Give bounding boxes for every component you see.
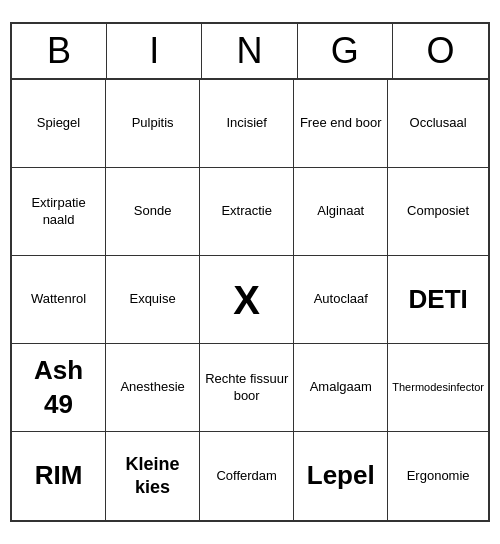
bingo-header: BINGO xyxy=(12,24,488,80)
header-letter: I xyxy=(107,24,202,78)
bingo-cell: Alginaat xyxy=(294,168,388,256)
bingo-cell: Cofferdam xyxy=(200,432,294,520)
bingo-cell: RIM xyxy=(12,432,106,520)
bingo-cell: Exquise xyxy=(106,256,200,344)
bingo-cell: Pulpitis xyxy=(106,80,200,168)
bingo-card: BINGO SpiegelPulpitisIncisiefFree end bo… xyxy=(10,22,490,522)
bingo-cell: Rechte fissuur boor xyxy=(200,344,294,432)
header-letter: G xyxy=(298,24,393,78)
bingo-cell: Extractie xyxy=(200,168,294,256)
bingo-cell: Ash 49 xyxy=(12,344,106,432)
bingo-cell: Sonde xyxy=(106,168,200,256)
bingo-cell: X xyxy=(200,256,294,344)
bingo-cell: Anesthesie xyxy=(106,344,200,432)
bingo-cell: Extirpatie naald xyxy=(12,168,106,256)
bingo-cell: Amalgaam xyxy=(294,344,388,432)
bingo-cell: Ergonomie xyxy=(388,432,488,520)
bingo-cell: Incisief xyxy=(200,80,294,168)
bingo-cell: Spiegel xyxy=(12,80,106,168)
bingo-cell: Autoclaaf xyxy=(294,256,388,344)
bingo-grid: SpiegelPulpitisIncisiefFree end boorOccl… xyxy=(12,80,488,520)
bingo-cell: Lepel xyxy=(294,432,388,520)
bingo-cell: Occlusaal xyxy=(388,80,488,168)
bingo-cell: DETI xyxy=(388,256,488,344)
bingo-cell: Composiet xyxy=(388,168,488,256)
bingo-cell: Kleine kies xyxy=(106,432,200,520)
bingo-cell: Free end boor xyxy=(294,80,388,168)
bingo-cell: Wattenrol xyxy=(12,256,106,344)
header-letter: B xyxy=(12,24,107,78)
bingo-cell: Thermodesinfector xyxy=(388,344,488,432)
header-letter: O xyxy=(393,24,488,78)
header-letter: N xyxy=(202,24,297,78)
